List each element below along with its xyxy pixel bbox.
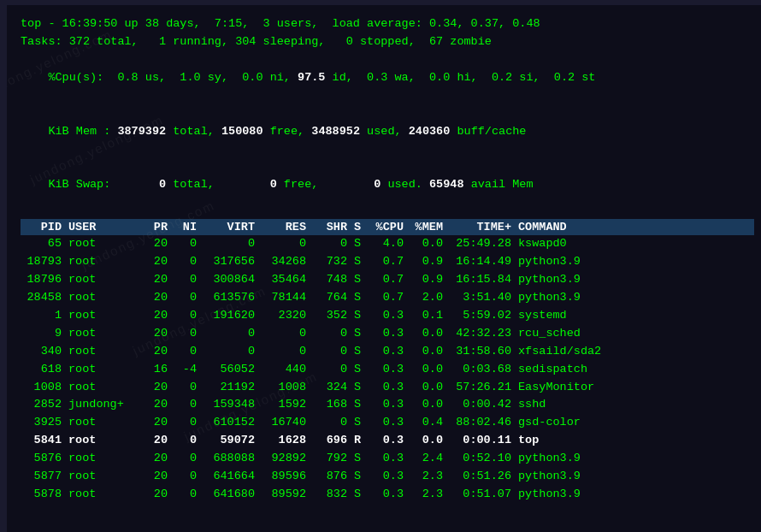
cell-time: 5:59.02 [446, 307, 515, 325]
cell-pr: 20 [142, 432, 171, 450]
cell-user: root [65, 414, 142, 432]
swap-mid3: used. [380, 178, 429, 191]
cell-shr: 0 [310, 414, 351, 432]
cell-s: S [351, 468, 366, 486]
cell-ni: 0 [171, 379, 200, 397]
cell-res: 0 [258, 325, 310, 343]
cell-res: 35464 [258, 271, 310, 289]
cell-pid: 18793 [21, 253, 65, 271]
table-row: 18796 root 20 0 300864 35464 748 S 0.7 0… [21, 271, 754, 289]
cell-cmd: EasyMonitor [515, 379, 652, 397]
cell-res: 1592 [258, 396, 310, 414]
cell-virt: 0 [200, 325, 258, 343]
cell-shr: 168 [310, 396, 351, 414]
cell-pr: 20 [142, 271, 171, 289]
cell-cpu: 0.3 [366, 307, 407, 325]
header-line-3: %Cpu(s): 0.8 us, 1.0 sy, 0.0 ni, 97.5 id… [21, 51, 754, 105]
cell-cpu: 0.3 [366, 450, 407, 468]
cell-cmd: python3.9 [515, 271, 652, 289]
cell-pid: 618 [21, 361, 65, 379]
cell-cmd: xfsaild/sda2 [515, 343, 652, 361]
cell-virt: 613576 [200, 289, 258, 307]
cell-ni: 0 [171, 307, 200, 325]
swap-total: 0 [110, 178, 166, 191]
header-line-4: KiB Mem : 3879392 total, 150080 free, 34… [21, 105, 754, 159]
cell-virt: 56052 [200, 361, 258, 379]
cell-ni: 0 [171, 450, 200, 468]
cell-cmd: python3.9 [515, 468, 652, 486]
cell-res: 1008 [258, 379, 310, 397]
cell-pr: 20 [142, 253, 171, 271]
cell-virt: 0 [200, 235, 258, 253]
cell-user: root [65, 486, 142, 504]
cell-res: 1628 [258, 432, 310, 450]
cell-cpu: 0.3 [366, 486, 407, 504]
header-line-1: top - 16:39:50 up 38 days, 7:15, 3 users… [21, 15, 754, 33]
table-row: 5877 root 20 0 641664 89596 876 S 0.3 2.… [21, 468, 754, 486]
cell-ni: 0 [171, 486, 200, 504]
swap-avail: 65948 [429, 178, 464, 191]
cell-mem: 0.0 [407, 379, 446, 397]
header-s: S [351, 221, 366, 233]
cell-shr: 324 [310, 379, 351, 397]
cell-cmd: python3.9 [515, 486, 652, 504]
cell-time: 25:49.28 [446, 235, 515, 253]
cell-pr: 20 [142, 343, 171, 361]
cell-mem: 0.4 [407, 414, 446, 432]
cell-res: 92892 [258, 450, 310, 468]
cell-pr: 20 [142, 379, 171, 397]
cell-virt: 317656 [200, 253, 258, 271]
cell-ni: 0 [171, 343, 200, 361]
cell-cpu: 0.3 [366, 468, 407, 486]
cell-mem: 0.1 [407, 307, 446, 325]
table-row: 2852 jundong+ 20 0 159348 1592 168 S 0.3… [21, 396, 754, 414]
cell-s: S [351, 307, 366, 325]
cell-time: 0:52.10 [446, 450, 515, 468]
cell-res: 34268 [258, 253, 310, 271]
cell-pr: 20 [142, 414, 171, 432]
terminal-output: top - 16:39:50 up 38 days, 7:15, 3 users… [14, 10, 761, 532]
cell-pr: 20 [142, 325, 171, 343]
cell-pr: 20 [142, 486, 171, 504]
cell-user: jundong+ [65, 396, 142, 414]
cell-user: root [65, 271, 142, 289]
header-line-5: KiB Swap: 0 total, 0 free, 0 used. 65948… [21, 158, 754, 212]
cell-cmd: systemd [515, 307, 652, 325]
swap-prefix: KiB Swap: [48, 178, 110, 191]
cell-time: 0:00.11 [446, 432, 515, 450]
cell-cpu: 0.7 [366, 271, 407, 289]
cell-user: root [65, 235, 142, 253]
cell-shr: 764 [310, 289, 351, 307]
cell-user: root [65, 343, 142, 361]
cell-ni: 0 [171, 253, 200, 271]
swap-suffix: avail Mem [464, 178, 534, 191]
cell-ni: 0 [171, 396, 200, 414]
cell-pr: 16 [142, 361, 171, 379]
cell-ni: 0 [171, 235, 200, 253]
cell-res: 89592 [258, 486, 310, 504]
header-line-2: Tasks: 372 total, 1 running, 304 sleepin… [21, 33, 754, 51]
swap-used: 0 [325, 178, 380, 191]
cell-cpu: 0.3 [366, 414, 407, 432]
cell-s: S [351, 253, 366, 271]
mem-suffix: buff/cache [450, 125, 526, 138]
cell-pid: 3925 [21, 414, 65, 432]
cpu-idle: 97.5 [298, 71, 325, 84]
cell-s: S [351, 361, 366, 379]
cell-virt: 0 [200, 343, 258, 361]
header-cpu: %CPU [366, 221, 407, 233]
mem-free: 150080 [221, 125, 263, 138]
header-virt: VIRT [200, 221, 258, 233]
header-mem: %MEM [407, 221, 446, 233]
cell-s: S [351, 450, 366, 468]
cell-shr: 792 [310, 450, 351, 468]
cell-pr: 20 [142, 450, 171, 468]
cell-time: 16:15.84 [446, 271, 515, 289]
cell-s: S [351, 343, 366, 361]
cell-cpu: 0.3 [366, 361, 407, 379]
cell-user: root [65, 450, 142, 468]
cell-time: 31:58.60 [446, 343, 515, 361]
cell-s: S [351, 235, 366, 253]
cell-res: 89596 [258, 468, 310, 486]
cell-virt: 688088 [200, 450, 258, 468]
